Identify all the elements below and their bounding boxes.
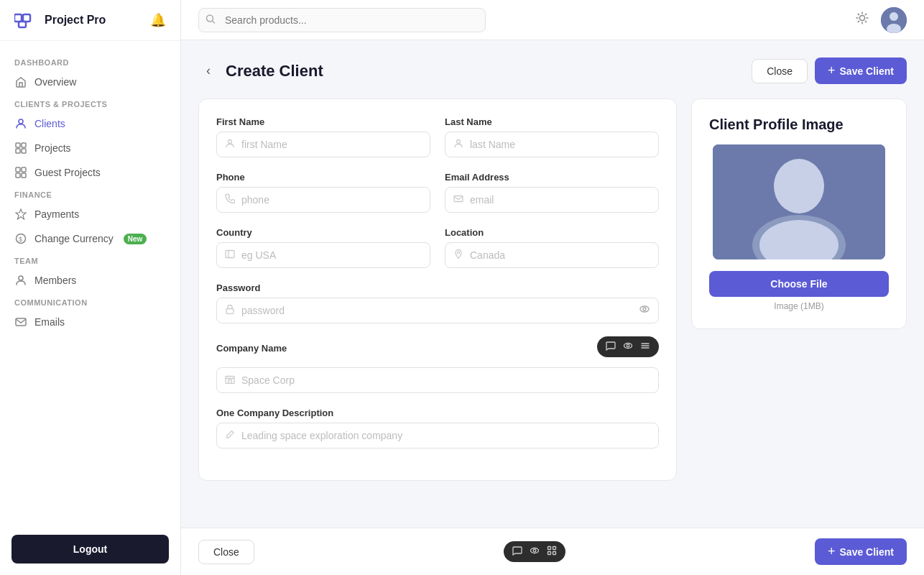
phone-input-wrap (216, 187, 430, 213)
user-avatar[interactable] (881, 7, 907, 33)
currency-icon: $ (14, 232, 27, 245)
sidebar-item-projects[interactable]: Projects (0, 136, 180, 160)
profile-image-card: Client Profile Image Choose File Image (… (691, 98, 907, 329)
sidebar-item-label-change-currency: Change Currency (34, 233, 114, 244)
svg-line-24 (865, 21, 866, 22)
first-name-input-wrap (216, 132, 430, 157)
save-client-label-bottom: Save Client (840, 546, 894, 558)
country-input[interactable] (216, 242, 430, 268)
svg-rect-2 (19, 22, 26, 27)
email-input[interactable] (445, 187, 659, 213)
sidebar-item-label-members: Members (34, 275, 76, 286)
phone-input[interactable] (216, 187, 430, 213)
sidebar-footer: Logout (0, 523, 180, 575)
location-label: Location (445, 227, 659, 238)
svg-rect-7 (22, 149, 26, 153)
bottom-toolbar-wrap (254, 541, 815, 562)
svg-rect-33 (226, 251, 234, 258)
clients-icon (14, 117, 27, 130)
profile-image-area (713, 144, 885, 259)
company-name-input[interactable] (216, 367, 659, 393)
last-name-input[interactable] (445, 132, 659, 157)
comment-tool-icon[interactable] (606, 341, 616, 353)
page-header-right: Close + Save Client (752, 58, 907, 84)
form-layout: First Name Last Name (198, 98, 907, 481)
sidebar-header: Project Pro 🔔 (0, 0, 180, 41)
show-password-icon[interactable] (639, 303, 650, 318)
content-area: ‹ Create Client Close + Save Client Firs… (181, 40, 924, 528)
topbar (181, 0, 924, 40)
theme-toggle-icon[interactable] (855, 11, 869, 29)
menu-tool-icon[interactable] (640, 341, 650, 353)
sidebar-item-label-clients: Clients (34, 118, 65, 129)
last-name-input-wrap (445, 132, 659, 157)
name-row: First Name Last Name (216, 116, 659, 157)
file-hint: Image (1MB) (774, 301, 823, 311)
svg-rect-6 (16, 149, 20, 153)
close-button-top[interactable]: Close (752, 59, 808, 83)
last-name-label: Last Name (445, 116, 659, 127)
projects-icon (14, 142, 27, 155)
close-button-bottom[interactable]: Close (198, 540, 254, 564)
description-input-wrap (216, 423, 659, 448)
sidebar-item-emails[interactable]: Emails (0, 310, 180, 334)
svg-rect-16 (16, 318, 26, 326)
location-input[interactable] (445, 242, 659, 268)
svg-line-26 (865, 14, 866, 14)
sidebar-item-change-currency[interactable]: $ Change Currency New (0, 226, 180, 251)
description-group: One Company Description (216, 408, 659, 448)
country-input-wrap (216, 242, 430, 268)
company-icon (225, 374, 235, 387)
notifications-icon[interactable]: 🔔 (150, 12, 166, 28)
svg-text:$: $ (19, 236, 22, 243)
section-label-communication: Communication (0, 293, 180, 310)
section-label-dashboard: Dashboard (0, 52, 180, 70)
svg-line-23 (858, 14, 859, 14)
company-name-label: Company Name (216, 343, 287, 354)
svg-point-31 (457, 140, 461, 144)
phone-icon (225, 194, 235, 206)
sidebar-item-guest-projects[interactable]: Guest Projects (0, 160, 180, 185)
email-input-wrap (445, 187, 659, 213)
pencil-icon (225, 430, 235, 442)
svg-point-34 (458, 252, 460, 254)
first-name-input[interactable] (216, 132, 430, 157)
bottom-grid-icon[interactable] (547, 546, 557, 558)
sidebar-item-payments[interactable]: Payments (0, 202, 180, 226)
svg-rect-9 (22, 167, 26, 172)
search-bar (198, 8, 486, 32)
back-button[interactable]: ‹ (198, 61, 218, 81)
location-icon (453, 249, 463, 262)
sidebar-item-overview[interactable]: Overview (0, 70, 180, 94)
sidebar-nav: Dashboard Overview Clients & Projects Cl… (0, 41, 180, 523)
svg-point-3 (19, 119, 23, 124)
view-tool-icon[interactable] (623, 341, 633, 353)
logout-button[interactable]: Logout (11, 535, 169, 564)
choose-file-button[interactable]: Choose File (709, 271, 889, 297)
section-label-finance: Finance (0, 185, 180, 202)
save-client-button-bottom[interactable]: + Save Client (815, 538, 907, 565)
bottom-comment-icon[interactable] (512, 546, 522, 558)
svg-rect-11 (22, 173, 26, 178)
location-group: Location (445, 227, 659, 268)
password-group: Password (216, 282, 659, 323)
search-icon (205, 14, 216, 26)
sidebar-item-clients[interactable]: Clients (0, 111, 180, 136)
password-input[interactable] (216, 298, 659, 323)
topbar-right (855, 7, 907, 33)
page-title: Create Client (226, 62, 323, 80)
description-input[interactable] (216, 423, 659, 448)
save-client-button-top[interactable]: + Save Client (815, 58, 907, 84)
bottom-view-icon[interactable] (530, 546, 540, 558)
create-client-form: First Name Last Name (198, 98, 677, 481)
company-row: Company Name (216, 338, 659, 393)
email-icon (453, 194, 463, 206)
first-name-group: First Name (216, 116, 430, 157)
svg-rect-8 (16, 167, 20, 172)
sidebar-item-members[interactable]: Members (0, 268, 180, 293)
search-input[interactable] (198, 8, 486, 32)
phone-email-row: Phone Email Address (216, 172, 659, 213)
svg-marker-12 (16, 209, 26, 219)
section-label-clients: Clients & Projects (0, 94, 180, 111)
section-label-team: Team (0, 251, 180, 268)
